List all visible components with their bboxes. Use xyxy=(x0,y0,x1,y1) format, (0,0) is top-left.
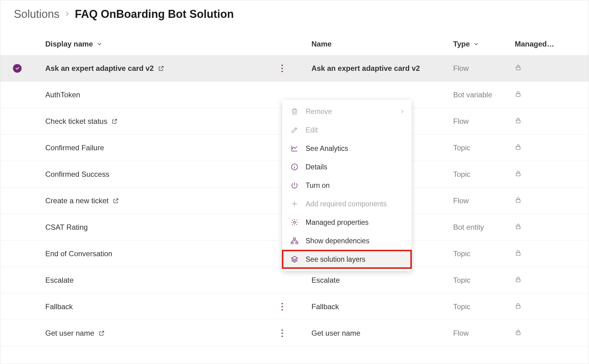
menu-item-label: Turn on xyxy=(306,181,330,190)
type-cell: Flow xyxy=(441,117,506,126)
gear-icon xyxy=(290,218,299,227)
type-cell: Flow xyxy=(441,64,506,73)
more-actions-button[interactable] xyxy=(276,300,288,314)
pencil-icon xyxy=(290,126,299,134)
menu-item-label: Managed properties xyxy=(306,218,369,227)
menu-item-label: See Analytics xyxy=(306,144,348,153)
lock-icon xyxy=(515,143,522,151)
display-name-cell[interactable]: Get user name xyxy=(45,329,105,338)
table-row[interactable]: FallbackFallbackTopic xyxy=(0,293,589,320)
name-cell: Ask an expert adaptive card v2 xyxy=(293,64,441,73)
context-menu[interactable]: RemoveEditSee AnalyticsDetailsTurn onAdd… xyxy=(282,100,412,271)
info-icon xyxy=(290,163,299,171)
display-name-cell[interactable]: Confirmed Failure xyxy=(45,144,104,152)
lock-icon xyxy=(515,328,522,336)
type-cell: Flow xyxy=(441,196,506,205)
chevron-down-icon xyxy=(96,41,103,47)
type-cell: Topic xyxy=(441,302,506,311)
deps-icon xyxy=(290,237,299,245)
lock-icon xyxy=(515,63,522,71)
name-cell: Fallback xyxy=(293,302,441,311)
menu-item-pencil: Edit xyxy=(282,121,412,139)
display-name-cell[interactable]: Fallback xyxy=(45,302,73,311)
managed-cell xyxy=(506,143,589,153)
plus-icon xyxy=(290,200,299,208)
more-actions-button[interactable] xyxy=(276,326,288,340)
more-actions-button[interactable] xyxy=(276,61,288,75)
menu-item-plus: Add required components xyxy=(282,195,412,213)
menu-item-power[interactable]: Turn on xyxy=(282,176,412,195)
lock-icon xyxy=(515,169,522,177)
lock-icon xyxy=(515,249,522,257)
type-cell: Topic xyxy=(441,144,506,152)
menu-item-deps[interactable]: Show dependencies xyxy=(282,232,412,250)
type-cell: Topic xyxy=(441,249,506,258)
type-cell: Topic xyxy=(441,170,506,179)
table-row[interactable]: Ask an expert adaptive card v2Ask an exp… xyxy=(0,55,589,82)
display-name-cell[interactable]: End of Conversation xyxy=(45,249,112,258)
open-new-window-icon xyxy=(99,330,105,336)
breadcrumb: Solutions FAQ OnBoarding Bot Solution xyxy=(0,8,589,33)
menu-item-label: Remove xyxy=(306,107,332,116)
managed-cell xyxy=(506,90,589,100)
menu-item-info[interactable]: Details xyxy=(282,158,412,176)
header-display-name[interactable]: Display name xyxy=(45,40,103,48)
open-new-window-icon xyxy=(158,65,164,71)
lock-icon xyxy=(515,222,522,230)
type-cell: Bot variable xyxy=(441,91,506,99)
layers-icon xyxy=(290,255,299,264)
lock-icon xyxy=(515,275,522,283)
managed-cell xyxy=(506,116,589,126)
display-name-cell[interactable]: CSAT Rating xyxy=(45,223,88,232)
display-name-cell[interactable]: Confirmed Success xyxy=(45,170,109,179)
menu-item-analytics[interactable]: See Analytics xyxy=(282,139,412,158)
lock-icon xyxy=(515,116,522,124)
menu-item-label: See solution layers xyxy=(306,255,365,264)
open-new-window-icon xyxy=(112,118,118,124)
table-row[interactable]: Get user nameGet user nameFlow xyxy=(0,320,589,346)
type-cell: Topic xyxy=(441,276,506,285)
display-name-cell[interactable]: AuthToken xyxy=(45,91,80,99)
menu-item-layers[interactable]: See solution layers xyxy=(282,250,412,269)
header-type[interactable]: Type xyxy=(453,40,480,48)
menu-item-label: Edit xyxy=(306,126,318,134)
chevron-right-icon xyxy=(400,109,405,114)
managed-cell xyxy=(506,222,589,232)
managed-cell xyxy=(506,169,589,179)
display-name-cell[interactable]: Ask an expert adaptive card v2 xyxy=(45,64,164,73)
type-cell: Bot entity xyxy=(441,223,506,232)
managed-cell xyxy=(506,63,589,73)
menu-item-label: Add required components xyxy=(306,200,387,208)
name-cell: Get user name xyxy=(293,329,441,338)
menu-item-label: Details xyxy=(306,163,327,171)
trash-icon xyxy=(290,107,299,116)
managed-cell xyxy=(506,196,589,206)
managed-cell xyxy=(506,328,589,338)
header-managed[interactable]: Managed… xyxy=(515,40,554,48)
analytics-icon xyxy=(290,144,299,153)
breadcrumb-root[interactable]: Solutions xyxy=(14,8,59,21)
type-cell: Flow xyxy=(441,329,506,338)
managed-cell xyxy=(506,249,589,259)
lock-icon xyxy=(515,90,522,98)
name-cell: Escalate xyxy=(293,276,441,285)
menu-item-trash: Remove xyxy=(282,102,412,121)
display-name-cell[interactable]: Create a new ticket xyxy=(45,196,119,205)
power-icon xyxy=(290,181,299,190)
managed-cell xyxy=(506,302,589,312)
lock-icon xyxy=(515,302,522,310)
lock-icon xyxy=(515,196,522,204)
breadcrumb-current: FAQ OnBoarding Bot Solution xyxy=(75,8,234,21)
display-name-cell[interactable]: Check ticket status xyxy=(45,117,118,126)
managed-cell xyxy=(506,275,589,285)
table-header-row: Display name Name Type Managed… xyxy=(0,33,589,55)
display-name-cell[interactable]: Escalate xyxy=(45,276,74,285)
selected-check-icon xyxy=(13,64,22,73)
chevron-down-icon xyxy=(473,41,480,47)
chevron-right-icon xyxy=(64,9,71,19)
open-new-window-icon xyxy=(113,198,119,204)
header-name[interactable]: Name xyxy=(311,40,331,48)
menu-item-label: Show dependencies xyxy=(306,237,369,245)
menu-item-gear[interactable]: Managed properties xyxy=(282,213,412,232)
